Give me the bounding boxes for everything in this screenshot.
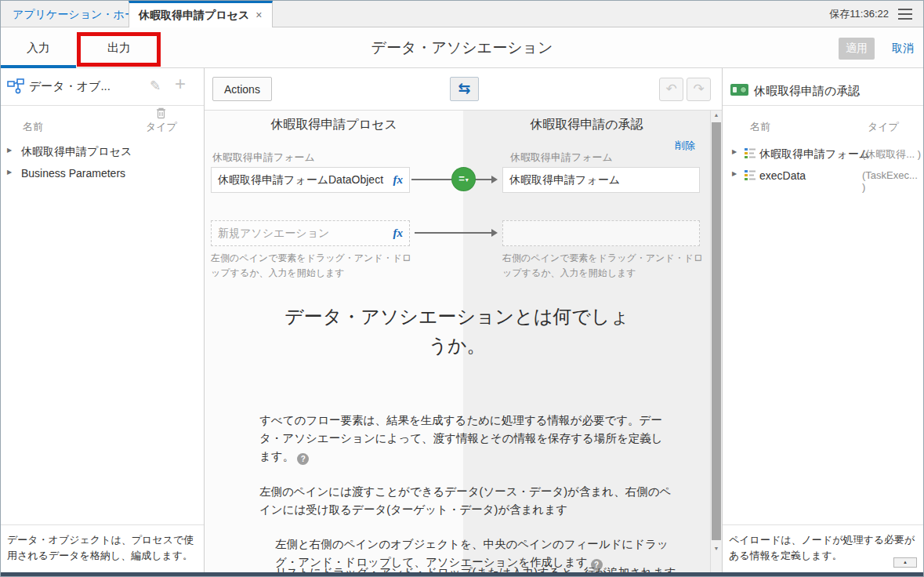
fx-expression-icon[interactable]: fx bbox=[393, 221, 404, 245]
divider bbox=[723, 524, 923, 525]
mapping-arrow-head bbox=[491, 176, 498, 183]
help-paragraph-2: 左側のペインには渡すことができるデータ(ソース・データ)が含まれ、右側のペインに… bbox=[259, 485, 671, 516]
source-value-input[interactable]: 休暇取得申請フォームDataObject fx bbox=[211, 167, 410, 193]
left-footer-note: データ・オブジェクトは、プロセスで使用されるデータを格納し、編成します。 bbox=[7, 532, 199, 564]
chevron-right-icon[interactable]: ▶ bbox=[732, 170, 737, 177]
window-bottom-border bbox=[1, 572, 923, 576]
source-value-text: 休暇取得申請フォームDataObject bbox=[218, 173, 383, 186]
mapping-area: 休暇取得申請プロセス 休暇取得申請の承認 削除 休暇取得申請フォーム 休暇取得申… bbox=[205, 111, 722, 572]
mapping-toolbar: Actions ⇆ ↶ ↷ bbox=[205, 68, 722, 111]
tree-row-label: 休暇取得申請フォーム bbox=[759, 147, 870, 161]
data-objects-panel: データ・オブ... ✎ + 名前 タイプ ▶ 休暇取得申請プロセス ▶ Busi… bbox=[1, 68, 205, 572]
help-heading: データ・アソシエーションとは何でしょうか。 bbox=[284, 302, 629, 360]
tree-row-execdata[interactable]: ▶ execData (TaskExec... ) bbox=[723, 167, 923, 186]
target-value-input[interactable]: 休暇取得申請フォーム bbox=[502, 167, 700, 193]
hamburger-menu-icon[interactable] bbox=[898, 9, 912, 20]
tree-row-form[interactable]: ▶ 休暇取得申請フォーム (休暇取得... ) bbox=[723, 145, 923, 164]
divider bbox=[723, 105, 923, 106]
vertical-scrollbar[interactable]: ▲ ▼ bbox=[710, 111, 722, 572]
save-status: 保存11:36:22 bbox=[829, 1, 889, 27]
payload-panel: 休暇取得申請の承認 名前 タイプ ▶ 休暇取得申請フォーム (休暇取得... )… bbox=[722, 68, 923, 572]
help-paragraph-clipped: リストにドラッグ・アンド・ドロップ(または入力)すると、行が追加されます bbox=[275, 565, 683, 572]
mapping-arrow-head bbox=[491, 229, 498, 237]
page-title: データ・アソシエーション bbox=[158, 27, 766, 68]
source-field-label: 休暇取得申請フォーム bbox=[212, 151, 315, 165]
mapping-arrow-line bbox=[415, 232, 493, 234]
divider bbox=[1, 524, 204, 525]
actions-button[interactable]: Actions bbox=[212, 77, 272, 101]
right-col-name: 名前 bbox=[750, 120, 770, 134]
help-paragraph-3: 左側と右側のペインのオブジェクトを、中央のペインのフィールドにドラッグ・アンド・… bbox=[275, 538, 669, 568]
help-paragraph-1: すべてのフロー要素は、結果を生成するために処理する情報が必要です。データ・アソシ… bbox=[259, 414, 663, 463]
undo-icon[interactable]: ↶ bbox=[659, 78, 683, 101]
redo-icon[interactable]: ↷ bbox=[687, 78, 711, 101]
chevron-down-icon: ▾ bbox=[466, 176, 469, 183]
auto-mapping-icon[interactable]: ⇆ bbox=[450, 77, 479, 101]
target-hint: 右側のペインで要素をドラッグ・アンド・ドロップするか、入力を開始します bbox=[502, 251, 708, 280]
right-panel-title: 休暇取得申請の承認 bbox=[754, 84, 860, 99]
edit-icon[interactable]: ✎ bbox=[150, 78, 161, 94]
help-icon[interactable]: ? bbox=[297, 453, 309, 465]
chevron-right-icon[interactable]: ▶ bbox=[732, 148, 737, 155]
scrollbar-thumb[interactable] bbox=[712, 122, 721, 540]
add-data-object-icon[interactable]: + bbox=[175, 73, 186, 95]
human-task-icon bbox=[730, 84, 748, 96]
data-objects-icon bbox=[7, 78, 24, 99]
tree-row-label: 休暇取得申請プロセス bbox=[21, 145, 132, 159]
scroll-up-icon[interactable]: ▲ bbox=[711, 112, 722, 118]
tab-process-label: 休暇取得申請プロセス bbox=[139, 9, 249, 21]
tree-row-type: (TaskExec... ) bbox=[862, 169, 923, 193]
left-panel-title: データ・オブ... bbox=[29, 79, 111, 94]
data-association-header: 入力 出力 データ・アソシエーション 適用 取消 bbox=[1, 27, 923, 68]
scroll-down-icon[interactable]: ▼ bbox=[711, 546, 722, 551]
application-window: アプリケーション・ホーム 休暇取得申請プロセス× 保存11:36:22 入力 出… bbox=[0, 0, 924, 577]
tree-row-process[interactable]: ▶ 休暇取得申請プロセス bbox=[1, 143, 204, 162]
top-tab-bar: アプリケーション・ホーム 休暇取得申請プロセス× 保存11:36:22 bbox=[1, 1, 923, 27]
close-icon[interactable]: × bbox=[255, 9, 262, 21]
new-association-input[interactable]: 新規アソシエーション fx bbox=[211, 220, 410, 246]
operator-badge[interactable]: =▾ bbox=[452, 168, 475, 191]
source-column-header: 休暇取得申請プロセス bbox=[205, 117, 463, 133]
apply-button[interactable]: 適用 bbox=[839, 38, 875, 60]
collapse-up-icon[interactable]: ▲ bbox=[893, 557, 917, 568]
right-footer-note: ペイロードは、ノードが処理する必要がある情報を定義します。 bbox=[729, 532, 919, 564]
tab-input[interactable]: 入力 bbox=[1, 27, 76, 68]
chevron-right-icon[interactable]: ▶ bbox=[7, 169, 12, 176]
help-paragraphs: すべてのフロー要素は、結果を生成するために処理する情報が必要です。データ・アソシ… bbox=[259, 412, 673, 572]
tree-row-label: execData bbox=[759, 169, 806, 182]
tree-row-label: Business Parameters bbox=[21, 167, 125, 180]
right-col-type: タイプ bbox=[868, 120, 899, 134]
divider bbox=[1, 105, 204, 106]
delete-link[interactable]: 削除 bbox=[675, 139, 695, 153]
tree-row-type: (休暇取得... ) bbox=[862, 147, 921, 161]
left-col-name: 名前 bbox=[23, 120, 43, 134]
target-value-text: 休暇取得申請フォーム bbox=[509, 173, 620, 186]
new-association-target-input[interactable] bbox=[502, 220, 700, 246]
operator-value: = bbox=[458, 172, 465, 184]
business-object-icon bbox=[745, 148, 756, 161]
target-column-header: 休暇取得申請の承認 bbox=[463, 117, 710, 133]
tab-process[interactable]: 休暇取得申請プロセス× bbox=[129, 1, 273, 27]
chevron-right-icon[interactable]: ▶ bbox=[7, 147, 12, 154]
tree-row-business-parameters[interactable]: ▶ Business Parameters bbox=[1, 165, 204, 184]
target-field-label: 休暇取得申請フォーム bbox=[510, 151, 613, 165]
mapping-panel: Actions ⇆ ↶ ↷ 休暇取得申請プロセス 休暇取得申請の承認 削除 休暇… bbox=[205, 68, 722, 572]
fx-expression-icon[interactable]: fx bbox=[393, 168, 404, 192]
business-object-icon bbox=[745, 170, 756, 183]
new-association-placeholder: 新規アソシエーション bbox=[218, 227, 329, 239]
source-hint: 左側のペインで要素をドラッグ・アンド・ドロップするか、入力を開始します bbox=[211, 251, 416, 280]
tab-output[interactable]: 出力 bbox=[76, 27, 162, 68]
cancel-button[interactable]: 取消 bbox=[892, 38, 914, 60]
left-col-type: タイプ bbox=[146, 120, 177, 134]
